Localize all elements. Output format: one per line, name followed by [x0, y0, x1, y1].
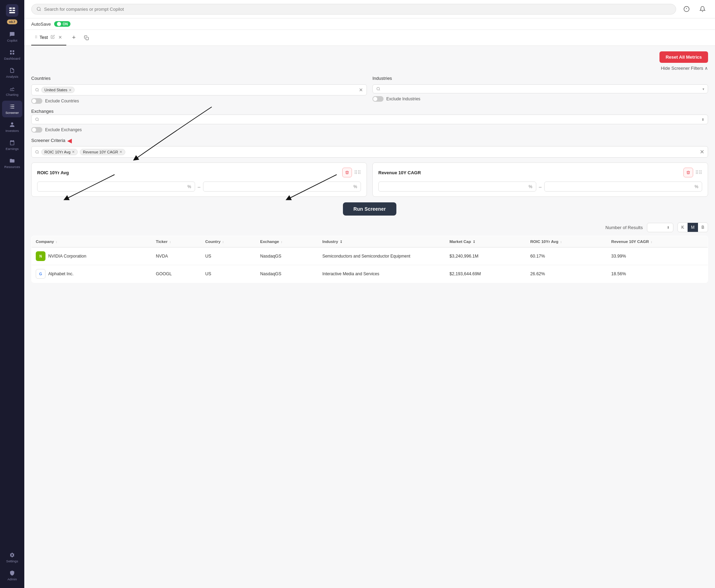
col-revenue-cagr[interactable]: Revenue 10Y CAGR ↕ — [607, 236, 708, 247]
tab-close-icon[interactable]: ✕ — [58, 34, 63, 41]
cell-company-nvidia[interactable]: N NVIDIA Corporation — [32, 247, 152, 265]
country-tag-remove[interactable]: ✕ — [69, 88, 72, 92]
exchanges-text-input[interactable] — [41, 117, 699, 122]
revenue-drag-handle[interactable]: ⠿⠿ — [695, 170, 702, 175]
col-country[interactable]: Country ↕ — [201, 236, 256, 247]
revenue-title: Revenue 10Y CAGR — [378, 170, 421, 175]
table-row: N NVIDIA Corporation NVDA US NasdaqGS Se… — [32, 247, 708, 265]
results-count-input[interactable]: 250 — [651, 225, 665, 230]
roic-min-input-wrap: 20.0 % — [37, 182, 195, 192]
revenue-delete-button[interactable] — [683, 168, 693, 177]
reset-all-metrics-button[interactable]: Reset All Metrics — [659, 51, 708, 63]
svg-line-23 — [38, 153, 39, 153]
sidebar-item-screener[interactable]: Screener — [2, 101, 22, 117]
col-exchange[interactable]: Exchange ↕ — [256, 236, 318, 247]
criteria-tag-revenue-remove[interactable]: ✕ — [119, 150, 122, 154]
chevron-up-icon: ∧ — [705, 66, 708, 71]
cell-industry-nvidia: Semiconductors and Semiconductor Equipme… — [318, 247, 445, 265]
sidebar-item-settings[interactable]: Settings — [2, 549, 22, 566]
countries-input[interactable]: United States ✕ ✕ — [31, 84, 367, 95]
col-roic[interactable]: ROIC 10Yr Avg ↕ — [526, 236, 607, 247]
criteria-input[interactable]: ROIC 10Yr Avg ✕ Revenue 10Y CAGR ✕ ✕ — [31, 146, 708, 158]
col-ticker[interactable]: Ticker ↕ — [152, 236, 201, 247]
company-logo-alphabet: G — [36, 269, 45, 279]
countries-clear[interactable]: ✕ — [359, 87, 363, 93]
view-btn-b[interactable]: B — [698, 223, 708, 232]
folder-icon — [9, 158, 15, 164]
exchanges-input[interactable]: ⬍ — [31, 115, 708, 124]
content-area: ⠿ Test ✕ + Reset All Metrics Hide Screen — [24, 30, 715, 588]
hide-filters-row[interactable]: Hide Screener Filters ∧ — [31, 66, 708, 71]
sort-icon-industry: ↧ — [340, 240, 343, 244]
roic-delete-button[interactable] — [342, 168, 352, 177]
roic-drag-handle[interactable]: ⠿⠿ — [354, 170, 361, 175]
roic-min-input[interactable]: 20.0 — [41, 184, 186, 189]
screener-criteria-label: Screener Criteria — [31, 138, 65, 143]
sidebar-item-label: Settings — [6, 559, 18, 563]
col-company[interactable]: Company ↕ — [32, 236, 152, 247]
sidebar-item-investors[interactable]: Investors — [2, 119, 22, 135]
search-icon — [376, 87, 380, 91]
svg-line-17 — [38, 91, 39, 91]
col-industry[interactable]: Industry ↧ — [318, 236, 445, 247]
sidebar-item-dashboard[interactable]: Dashboard — [2, 47, 22, 63]
sidebar-item-charting[interactable]: Charting — [2, 83, 22, 99]
sidebar: v3.7 Copilot Dashboard Analysis Charting… — [0, 0, 24, 588]
file-icon — [9, 67, 15, 74]
industries-input[interactable]: ▾ — [372, 84, 708, 93]
search-icon — [35, 117, 39, 121]
revenue-max-input[interactable]: Infinity — [548, 184, 693, 189]
roic-separator: – — [198, 184, 201, 190]
tab-test[interactable]: ⠿ Test ✕ — [31, 30, 66, 45]
roic-range: 20.0 % – Infinity % — [37, 182, 361, 192]
run-btn-row: Run Screener — [31, 202, 708, 216]
bell-icon[interactable] — [697, 3, 708, 15]
results-count-chevron[interactable]: ⬍ — [667, 226, 670, 229]
sidebar-item-admin[interactable]: Admin — [2, 567, 22, 584]
search-bar[interactable] — [31, 4, 676, 15]
view-toggle: K M B — [678, 222, 708, 232]
view-btn-k[interactable]: K — [678, 223, 688, 232]
run-screener-button[interactable]: Run Screener — [343, 202, 396, 216]
revenue-max-input-wrap: Infinity % — [544, 182, 702, 192]
info-icon[interactable] — [681, 3, 692, 15]
sort-icon-country: ↕ — [222, 240, 224, 244]
cell-company-alphabet[interactable]: G Alphabet Inc. — [32, 265, 152, 283]
sort-icon-company: ↕ — [56, 240, 58, 244]
svg-rect-0 — [9, 8, 12, 9]
exclude-industries-toggle[interactable] — [372, 96, 384, 102]
svg-point-18 — [377, 87, 380, 90]
view-btn-m[interactable]: M — [688, 223, 698, 232]
sidebar-item-label: Resources — [4, 165, 20, 169]
sidebar-item-resources[interactable]: Resources — [2, 155, 22, 171]
cell-exchange-nvidia: NasdaqGS — [256, 247, 318, 265]
roic-max-input-wrap: Infinity % — [203, 182, 361, 192]
revenue-separator: – — [539, 184, 542, 190]
cell-roic-alphabet: 26.62% — [526, 265, 607, 283]
duplicate-tab-button[interactable] — [82, 33, 91, 43]
sidebar-item-label: Admin — [8, 577, 17, 581]
sidebar-item-earnings[interactable]: Earnings — [2, 137, 22, 153]
sidebar-item-copilot[interactable]: Copilot — [2, 28, 22, 45]
revenue-min-input[interactable]: 15.0 — [382, 184, 527, 189]
roic-max-input[interactable]: Infinity — [207, 184, 352, 189]
exclude-exchanges-toggle[interactable] — [31, 127, 42, 133]
criteria-tag-roic-remove[interactable]: ✕ — [72, 150, 75, 154]
metric-cards: ROIC 10Yr Avg ⠿⠿ 20.0 % – — [31, 162, 708, 197]
autosave-label: AutoSave — [31, 22, 51, 27]
country-tag-us: United States ✕ — [41, 87, 75, 93]
autosave-toggle[interactable]: ON — [54, 21, 70, 27]
search-input[interactable] — [44, 7, 671, 12]
exclude-countries-label: Exclude Countries — [45, 99, 79, 103]
exclude-countries-toggle[interactable] — [31, 98, 42, 104]
add-tab-button[interactable]: + — [69, 33, 79, 43]
sidebar-item-label: Analysis — [6, 75, 18, 78]
cell-marketcap-alphabet: $2,193,644.69M — [445, 265, 526, 283]
tab-edit-icon[interactable] — [50, 34, 56, 41]
cell-industry-alphabet: Interactive Media and Services — [318, 265, 445, 283]
col-marketcap[interactable]: Market Cap ↧ — [445, 236, 526, 247]
topbar — [24, 0, 715, 18]
sidebar-item-analysis[interactable]: Analysis — [2, 65, 22, 81]
criteria-clear[interactable]: ✕ — [700, 149, 704, 155]
exclude-industries-toggle-row: Exclude Industries — [372, 96, 708, 102]
